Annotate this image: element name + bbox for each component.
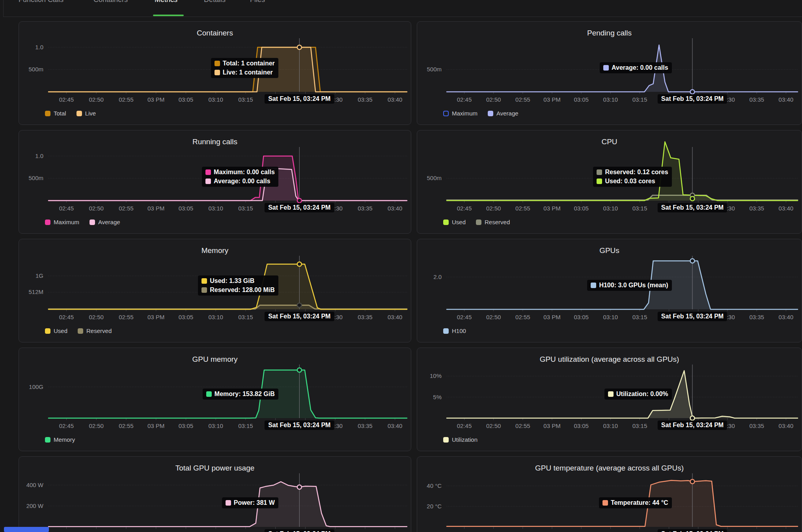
legend-item-live[interactable]: Live <box>76 110 96 117</box>
legend-item-maximum[interactable]: Maximum <box>45 219 79 225</box>
legend-label: Utilization <box>452 436 477 443</box>
legend-item-average[interactable]: Average <box>488 110 519 117</box>
svg-text:03:05: 03:05 <box>179 422 194 429</box>
svg-text:100G: 100G <box>29 383 43 390</box>
legend-item-reserved[interactable]: Reserved <box>78 327 112 334</box>
svg-text:03:40: 03:40 <box>779 205 794 212</box>
legend-item-used[interactable]: Used <box>45 327 67 334</box>
legend-item-maximum[interactable]: Maximum <box>443 110 477 117</box>
legend-item-average[interactable]: Average <box>90 219 120 225</box>
svg-text:500m: 500m <box>28 175 43 181</box>
crosshair-time-badge: Sat Feb 15, 03:24 PM <box>658 203 727 212</box>
svg-text:02:45: 02:45 <box>59 96 74 103</box>
svg-text:1G: 1G <box>35 272 43 279</box>
chart-plot-gpus[interactable]: 2.002:4502:5002:5503 PM03:0503:1003:1503… <box>417 239 802 342</box>
svg-text:03:10: 03:10 <box>208 96 223 103</box>
svg-text:512M: 512M <box>28 288 43 295</box>
legend-swatch <box>443 219 449 225</box>
tooltip-series-swatch <box>591 283 596 288</box>
legend-item-used[interactable]: Used <box>443 219 466 225</box>
svg-text:02:50: 02:50 <box>486 314 501 320</box>
chart-card-gpu-temperature: GPU temperature (average across all GPUs… <box>417 456 802 532</box>
tooltip-value: H100: 3.0 GPUs (mean) <box>599 282 668 289</box>
legend-swatch <box>443 111 449 116</box>
tooltip-series-swatch <box>201 278 207 284</box>
legend-item-total[interactable]: Total <box>45 110 66 117</box>
svg-text:500m: 500m <box>427 66 442 73</box>
tooltip-value: Live: 1 container <box>223 69 273 76</box>
legend-item-reserved[interactable]: Reserved <box>476 219 510 225</box>
tab-bar: Function Calls Containers Metrics Detail… <box>0 0 802 17</box>
chart-tooltip: Utilization: 0.00% <box>604 389 672 400</box>
chart-legend: UsedReserved <box>45 327 112 334</box>
legend-label: Average <box>98 219 120 225</box>
metrics-chart-grid: Containers1.0500m02:4502:5002:5503 PM03:… <box>19 21 802 532</box>
tooltip-series-swatch <box>608 391 614 397</box>
tooltip-series-swatch <box>226 500 231 506</box>
chart-plot-gpu-temperature[interactable]: 40 °C20 °C02:4502:5002:5503 PM03:0503:10… <box>417 457 802 532</box>
svg-text:03:15: 03:15 <box>238 205 253 212</box>
legend-item-h100[interactable]: H100 <box>443 327 466 334</box>
chart-legend: Utilization <box>443 436 477 443</box>
svg-text:03:35: 03:35 <box>749 314 764 320</box>
legend-label: Used <box>54 327 67 334</box>
svg-text:02:50: 02:50 <box>89 422 104 429</box>
chart-legend: MaximumAverage <box>443 110 519 117</box>
svg-text:10%: 10% <box>430 372 442 379</box>
legend-item-utilization[interactable]: Utilization <box>443 436 477 443</box>
chart-tooltip: Temperature: 44 °C <box>599 497 672 508</box>
svg-text:02:45: 02:45 <box>457 96 472 103</box>
tab-metrics[interactable]: Metrics <box>155 0 177 4</box>
tab-function-calls[interactable]: Function Calls <box>19 0 63 4</box>
svg-text:03:05: 03:05 <box>179 314 194 320</box>
chart-card-memory: Memory1G512M02:4502:5002:5503 PM03:0503:… <box>19 239 411 342</box>
crosshair-time-badge: Sat Feb 15, 03:24 PM <box>658 94 727 104</box>
svg-text:02:50: 02:50 <box>89 314 104 320</box>
svg-text:03:35: 03:35 <box>358 314 373 320</box>
svg-text:5%: 5% <box>433 394 442 400</box>
svg-text:02:45: 02:45 <box>59 314 74 320</box>
svg-text:02:45: 02:45 <box>59 205 74 212</box>
legend-item-memory[interactable]: Memory <box>45 436 75 443</box>
chart-plot-gpu-power[interactable]: 400 W200 W02:4502:5002:5503 PM03:0503:10… <box>19 457 411 532</box>
tooltip-series-swatch <box>206 391 212 397</box>
crosshair-time-badge: Sat Feb 15, 03:24 PM <box>265 420 334 430</box>
svg-text:03 PM: 03 PM <box>147 314 164 320</box>
svg-text:03:10: 03:10 <box>603 96 618 103</box>
svg-text:1.0: 1.0 <box>35 153 43 159</box>
tab-containers[interactable]: Containers <box>93 0 128 4</box>
svg-text:02:45: 02:45 <box>457 422 472 429</box>
legend-swatch <box>76 111 82 116</box>
svg-text:03:15: 03:15 <box>238 96 253 103</box>
legend-swatch <box>488 111 493 116</box>
tooltip-series-swatch <box>597 169 602 175</box>
tab-details[interactable]: Details <box>204 0 226 4</box>
tab-files[interactable]: Files <box>250 0 265 4</box>
svg-text:03:15: 03:15 <box>632 314 647 320</box>
bottom-left-blue-fragment <box>4 527 49 532</box>
chart-plot-gpu-utilization[interactable]: 10%5%02:4502:5002:5503 PM03:0503:1003:15… <box>417 348 802 451</box>
chart-tooltip: Reserved: 0.12 coresUsed: 0.03 cores <box>593 167 671 187</box>
legend-swatch <box>90 219 95 225</box>
svg-text:03:40: 03:40 <box>388 205 403 212</box>
svg-text:03:15: 03:15 <box>238 422 253 429</box>
tooltip-series-swatch <box>602 500 608 506</box>
svg-text:03:35: 03:35 <box>358 422 373 429</box>
svg-text:03:10: 03:10 <box>208 314 223 320</box>
tooltip-value: Utilization: 0.00% <box>616 391 668 398</box>
chart-card-gpu-power: Total GPU power usage400 W200 W02:4502:5… <box>19 456 411 532</box>
svg-text:03:10: 03:10 <box>208 205 223 212</box>
chart-plot-gpu-memory[interactable]: 100G02:4502:5002:5503 PM03:0503:1003:150… <box>19 348 411 451</box>
legend-label: Average <box>496 110 519 117</box>
chart-legend: MaximumAverage <box>45 219 120 225</box>
legend-swatch <box>45 328 50 334</box>
chart-plot-pending-calls[interactable]: 500m02:4502:5002:5503 PM03:0503:1003:150… <box>417 22 802 125</box>
svg-text:02:45: 02:45 <box>457 205 472 212</box>
legend-label: Memory <box>54 436 75 443</box>
svg-text:03:15: 03:15 <box>632 205 647 212</box>
svg-text:02:45: 02:45 <box>59 422 74 429</box>
svg-text:03:15: 03:15 <box>238 314 253 320</box>
svg-text:03 PM: 03 PM <box>147 422 164 429</box>
svg-text:03:35: 03:35 <box>749 96 764 103</box>
svg-text:03 PM: 03 PM <box>543 314 560 320</box>
